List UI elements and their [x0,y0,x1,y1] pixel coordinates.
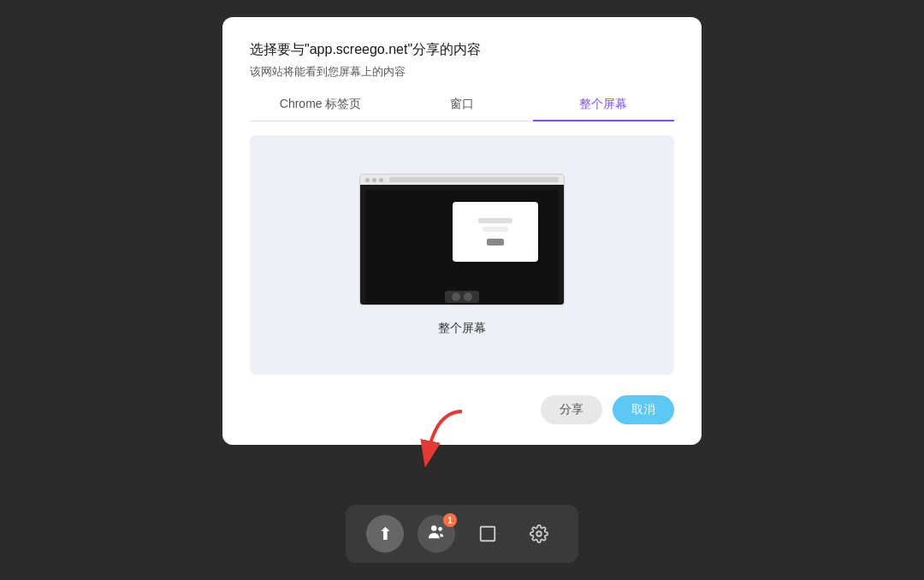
inner-dialog-preview [453,202,538,262]
settings-button[interactable] [520,515,558,553]
tab-bar: Chrome 标签页 窗口 整个屏幕 [250,97,674,121]
tab-entire-screen[interactable]: 整个屏幕 [533,97,674,121]
svg-point-4 [536,531,542,536]
dot3 [379,178,383,182]
svg-rect-3 [481,527,495,542]
fullscreen-icon [478,524,497,543]
url-bar [389,177,559,182]
cancel-button[interactable]: 取消 [613,395,674,424]
arrow-svg [411,407,479,467]
share-screen-icon: ⬆ [378,524,393,544]
dialog-subtitle: 该网站将能看到您屏幕上的内容 [250,64,674,80]
screen-thumbnail [359,174,565,305]
dialog-title: 选择要与"app.screego.net"分享的内容 [250,41,674,59]
share-button[interactable]: 分享 [541,395,602,424]
settings-icon [530,524,548,543]
dot1 [365,178,370,182]
participants-icon [427,523,446,546]
share-dialog: 选择要与"app.screego.net"分享的内容 该网站将能看到您屏幕上的内… [222,17,702,445]
fullscreen-button[interactable] [469,515,506,553]
participants-button[interactable]: 1 [418,515,455,553]
browser-bar [360,175,564,185]
bottom-toolbar: ⬆ 1 [346,505,578,563]
preview-label: 整个屏幕 [438,321,486,336]
dot2 [372,178,376,182]
tab-chrome[interactable]: Chrome 标签页 [250,97,391,121]
svg-point-2 [438,527,442,531]
share-screen-button[interactable]: ⬆ [366,515,404,553]
screen-body [360,185,564,305]
svg-point-1 [431,525,436,530]
arrow-indicator [411,407,479,471]
participants-badge: 1 [443,513,457,527]
tab-window[interactable]: 窗口 [391,97,532,121]
screen-preview-area: 整个屏幕 [250,135,674,375]
